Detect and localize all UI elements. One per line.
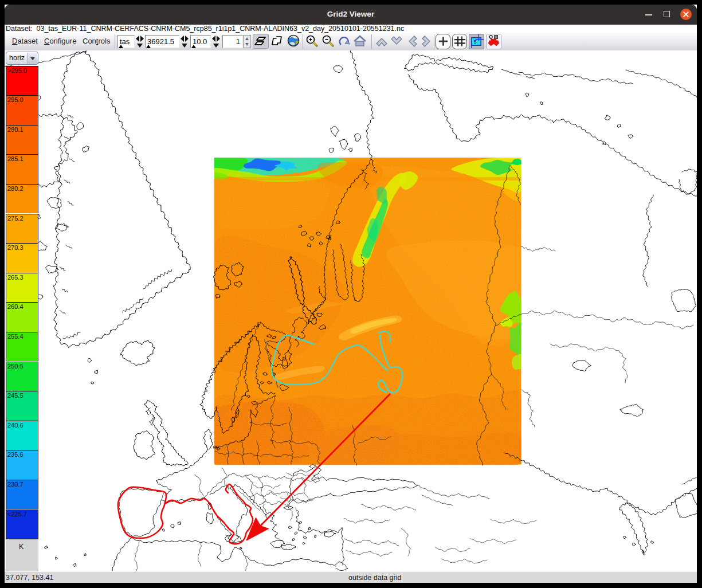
svg-text:5: 5 xyxy=(474,39,477,45)
